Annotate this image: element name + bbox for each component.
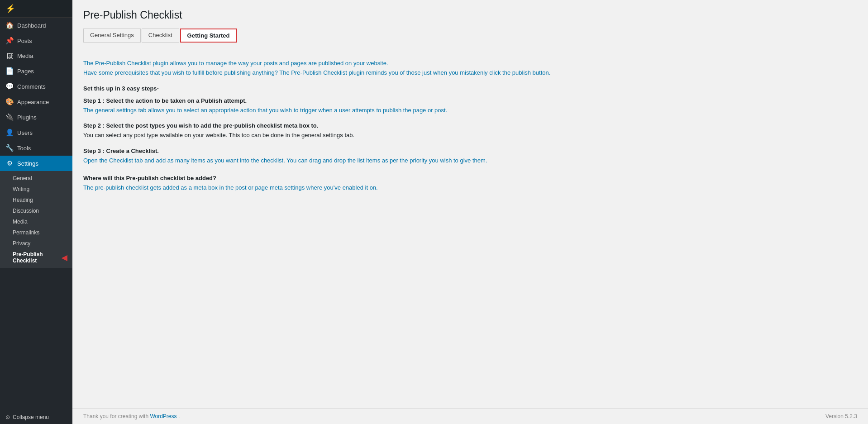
sidebar-nav: 🏠 Dashboard 📌 Posts 🖼 Media 📄 Pages 💬 Co… (0, 18, 72, 268)
footer-credit: Thank you for creating with WordPress . (83, 413, 180, 419)
sidebar-item-tools[interactable]: 🔧 Tools (0, 140, 72, 156)
footer-period: . (178, 413, 180, 419)
collapse-label: Collapse menu (13, 414, 49, 420)
tab-general-settings[interactable]: General Settings (83, 29, 141, 43)
sidebar-item-dashboard[interactable]: 🏠 Dashboard (0, 18, 72, 33)
sidebar-item-plugins[interactable]: 🔌 Plugins (0, 110, 72, 125)
collapse-icon: ⊙ (5, 414, 10, 420)
sidebar-item-label: Pages (17, 68, 34, 75)
footer-thank-you: Thank you for creating with (83, 413, 150, 419)
intro-line-2: Have some prerequisites that you wish to… (83, 68, 857, 78)
page-title: Pre-Publish Checklist (83, 9, 857, 21)
active-arrow-icon: ◀ (62, 253, 67, 262)
step-3-block: Step 3 : Create a Checklist. Open the Ch… (83, 148, 857, 166)
setup-heading: Set this up in 3 easy steps- (83, 85, 857, 92)
content-body: The Pre-Publish Checklist plugin allows … (83, 52, 857, 200)
sidebar-item-pages[interactable]: 📄 Pages (0, 63, 72, 79)
users-icon: 👤 (5, 129, 14, 137)
sidebar-item-settings[interactable]: ⚙ Settings (0, 156, 72, 171)
sidebar-item-label: Tools (17, 145, 31, 152)
tab-checklist[interactable]: Checklist (142, 29, 179, 43)
plugins-icon: 🔌 (5, 113, 14, 121)
step-2-desc: You can select any post type available o… (83, 131, 857, 140)
submenu-item-general[interactable]: General (0, 173, 72, 184)
where-desc: The pre-publish checklist gets added as … (83, 183, 857, 193)
sidebar-item-label: Posts (17, 38, 32, 44)
settings-submenu: General Writing Reading Discussion Media… (0, 171, 72, 268)
sidebar-item-users[interactable]: 👤 Users (0, 125, 72, 140)
sidebar-item-label: Comments (17, 83, 46, 90)
where-heading: Where will this Pre-publish checklist be… (83, 175, 857, 181)
wp-logo-icon: ⚡ (5, 4, 15, 14)
submenu-item-permalinks[interactable]: Permalinks (0, 227, 72, 238)
settings-icon: ⚙ (5, 159, 14, 167)
comments-icon: 💬 (5, 82, 14, 91)
step-3-desc: Open the Checklist tab and add as many i… (83, 156, 857, 166)
sidebar-item-posts[interactable]: 📌 Posts (0, 33, 72, 48)
submenu-item-media[interactable]: Media (0, 216, 72, 227)
sidebar-item-label: Appearance (17, 99, 49, 105)
sidebar-item-comments[interactable]: 💬 Comments (0, 79, 72, 94)
step-3-title: Step 3 : Create a Checklist. (83, 148, 857, 154)
sidebar-item-appearance[interactable]: 🎨 Appearance (0, 94, 72, 110)
footer-version: Version 5.2.3 (825, 413, 857, 419)
sidebar-item-label: Settings (17, 160, 38, 167)
step-1-title: Step 1 : Select the action to be taken o… (83, 97, 857, 104)
sidebar-item-label: Users (17, 129, 33, 136)
sidebar-item-label: Dashboard (17, 22, 46, 29)
pages-icon: 📄 (5, 67, 14, 75)
sidebar-item-media[interactable]: 🖼 Media (0, 48, 72, 63)
sidebar: ⚡ 🏠 Dashboard 📌 Posts 🖼 Media 📄 Pages 💬 … (0, 0, 72, 424)
submenu-item-discussion[interactable]: Discussion (0, 205, 72, 216)
appearance-icon: 🎨 (5, 98, 14, 106)
submenu-item-privacy[interactable]: Privacy (0, 238, 72, 249)
step-1-desc: The general settings tab allows you to s… (83, 106, 857, 115)
submenu-item-reading[interactable]: Reading (0, 195, 72, 205)
collapse-menu-button[interactable]: ⊙ Collapse menu (0, 410, 72, 424)
step-2-title: Step 2 : Select the post types you wish … (83, 122, 857, 129)
sidebar-logo: ⚡ (0, 0, 72, 18)
tab-getting-started[interactable]: Getting Started (180, 29, 237, 43)
wordpress-link[interactable]: WordPress (150, 413, 176, 419)
sidebar-item-label: Media (17, 52, 33, 59)
dashboard-icon: 🏠 (5, 21, 14, 29)
tabs-container: General Settings Checklist Getting Start… (83, 29, 857, 43)
submenu-item-label: Pre-Publish Checklist (13, 251, 60, 264)
where-section: Where will this Pre-publish checklist be… (83, 175, 857, 193)
step-1-block: Step 1 : Select the action to be taken o… (83, 97, 857, 115)
submenu-item-writing[interactable]: Writing (0, 184, 72, 195)
submenu-item-pre-publish-checklist[interactable]: Pre-Publish Checklist ◀ (0, 249, 72, 266)
intro-line-1: The Pre-Publish Checklist plugin allows … (83, 59, 857, 68)
main-content: Pre-Publish Checklist General Settings C… (72, 0, 868, 424)
tools-icon: 🔧 (5, 144, 14, 152)
footer: Thank you for creating with WordPress . … (72, 408, 868, 424)
posts-icon: 📌 (5, 37, 14, 45)
media-icon: 🖼 (5, 52, 14, 60)
step-2-block: Step 2 : Select the post types you wish … (83, 122, 857, 140)
sidebar-item-label: Plugins (17, 114, 37, 121)
intro-section: The Pre-Publish Checklist plugin allows … (83, 59, 857, 78)
